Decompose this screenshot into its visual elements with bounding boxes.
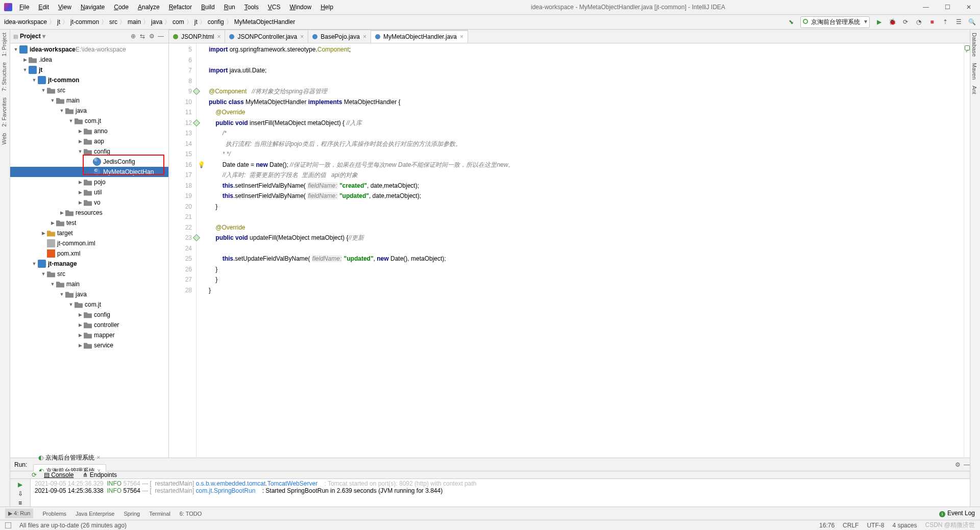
crumb-jt[interactable]: jt (194, 18, 198, 26)
fold-25[interactable] (197, 253, 205, 263)
bottom-tab-4-Run[interactable]: ▶ 4: Run (5, 509, 33, 518)
status-indent[interactable]: 4 spaces (892, 522, 917, 529)
gutter-line-5[interactable]: 5 (169, 44, 192, 55)
menu-code[interactable]: Code (110, 2, 133, 13)
log-line-0[interactable]: 2021-09-05 14:25:36.329 INFO 57564 --- [… (35, 480, 966, 487)
bottom-tab-Spring[interactable]: Spring (124, 509, 140, 518)
gutter-line-7[interactable]: 7 (169, 65, 192, 76)
coverage-icon[interactable]: ⟳ (901, 18, 910, 26)
menu-analyze[interactable]: Analyze (134, 2, 164, 13)
gutter-line-15[interactable]: 15 (169, 149, 192, 160)
run-more-icon[interactable]: ≡ (18, 499, 22, 507)
tree-item-target[interactable]: ▶target (10, 228, 168, 238)
code-line-16[interactable]: 💡 Date date = new Date(); //保证时间一致，如果在括号… (209, 160, 964, 170)
gutter-line-22[interactable]: 22 (169, 222, 192, 233)
menu-build[interactable]: Build (197, 2, 219, 13)
gutter-line-9[interactable]: 9 (169, 86, 192, 97)
run-icon[interactable]: ▶ (875, 18, 883, 26)
code-line-19[interactable]: this.setInsertFieldValByName( fieldName:… (209, 191, 964, 201)
tree-item-jt[interactable]: ▼jt (10, 65, 168, 75)
crumb-idea-workspace[interactable]: idea-workspace (4, 18, 47, 26)
fold-14[interactable] (197, 138, 205, 148)
code-line-15[interactable]: * */ (209, 149, 964, 160)
bottom-tab-Java-Enterprise[interactable]: Java Enterprise (76, 509, 114, 518)
fold-26[interactable] (197, 263, 205, 274)
code-line-24[interactable] (209, 243, 964, 254)
event-log-button[interactable]: 1Event Log (939, 510, 975, 517)
code-line-28[interactable]: } (209, 285, 964, 296)
menu-vcs[interactable]: VCS (264, 2, 285, 13)
ide-structure-icon[interactable]: ☰ (954, 18, 963, 26)
gutter-line-23[interactable]: 23 (169, 233, 192, 243)
fold-17[interactable] (197, 169, 205, 180)
tree-item-java[interactable]: ▼java (10, 289, 168, 299)
hide-icon[interactable]: — (156, 33, 165, 40)
fold-28[interactable] (197, 284, 205, 295)
tab-close-icon[interactable]: × (217, 33, 220, 40)
menu-help[interactable]: Help (316, 2, 337, 13)
tree-item-jt-common.iml[interactable]: jt-common.iml (10, 238, 168, 248)
code-line-20[interactable]: } (209, 201, 964, 212)
git-icon[interactable]: ⇡ (941, 18, 949, 26)
bottom-tab-Problems[interactable]: Problems (42, 509, 66, 518)
tree-item-service[interactable]: ▶service (10, 340, 168, 350)
run-subtab-Endpoints[interactable]: ⋔ Endpoints (83, 471, 117, 478)
tree-item-com.jt[interactable]: ▼com.jt (10, 116, 168, 126)
editor-tab-MyMetaObjectHandler.java[interactable]: MyMetaObjectHandler.java× (371, 30, 468, 43)
fold-27[interactable] (197, 273, 205, 284)
fold-22[interactable] (197, 221, 205, 232)
gutter-line-21[interactable]: 21 (169, 212, 192, 222)
gutter-line-17[interactable]: 17 (169, 170, 192, 181)
run-play-icon[interactable]: ▶ (18, 481, 22, 488)
left-tab-2-Favorites[interactable]: 2: Favorites (0, 94, 8, 130)
tree-item-anno[interactable]: ▶anno (10, 126, 168, 136)
fold-6[interactable] (197, 54, 205, 65)
code-line-23[interactable]: public void updateFill(MetaObject metaOb… (209, 233, 964, 243)
project-view-selector[interactable]: Project (20, 33, 45, 40)
fold-19[interactable] (197, 190, 205, 200)
line-gutter[interactable]: 5678910111213141516171819202122232425262… (169, 43, 197, 458)
fold-21[interactable] (197, 211, 205, 221)
code-line-13[interactable]: /* (209, 128, 964, 139)
run-down-icon[interactable]: ⇩ (18, 490, 23, 497)
tab-close-icon[interactable]: × (460, 33, 463, 40)
maximize-button[interactable]: ☐ (940, 4, 954, 11)
tree-item-jt-manage[interactable]: ▼jt-manage (10, 259, 168, 269)
stop-icon[interactable]: ■ (928, 18, 936, 26)
editor-tab-BasePojo.java[interactable]: BasePojo.java× (308, 30, 371, 43)
editor-tab-JSONP.html[interactable]: JSONP.html× (169, 30, 225, 43)
tree-item-pojo[interactable]: ▶pojo (10, 177, 168, 187)
menu-tools[interactable]: Tools (240, 2, 263, 13)
tree-item-src[interactable]: ▼src (10, 85, 168, 95)
left-tab-1-Project[interactable]: 1: Project (0, 30, 8, 59)
fold-7[interactable] (197, 64, 205, 75)
run-subtab-Console[interactable]: ▤ Console (44, 471, 74, 478)
minimize-button[interactable]: — (919, 4, 933, 11)
left-tab-Web[interactable]: Web (0, 130, 8, 147)
breadcrumb[interactable]: idea-workspace〉jt〉jt-common〉src〉main〉jav… (4, 18, 787, 27)
code-line-18[interactable]: this.setInsertFieldValByName( fieldName:… (209, 181, 964, 191)
tree-item-vo[interactable]: ▶vo (10, 197, 168, 208)
code-line-10[interactable]: public class MyMetaObjectHandler impleme… (209, 97, 964, 108)
tree-item-src[interactable]: ▼src (10, 269, 168, 279)
run-rerun-icon[interactable]: ⟳ (32, 471, 37, 478)
fold-20[interactable] (197, 200, 205, 211)
gutter-line-12[interactable]: 12 (169, 118, 192, 129)
tree-item-controller[interactable]: ▶controller (10, 320, 168, 330)
code-line-5[interactable]: import org.springframework.stereotype.Co… (209, 44, 964, 55)
code-line-8[interactable] (209, 76, 964, 87)
crumb-com[interactable]: com (173, 18, 184, 26)
tree-item-jt-common[interactable]: ▼jt-common (10, 75, 168, 85)
editor[interactable]: 5678910111213141516171819202122232425262… (169, 43, 970, 458)
tree-item-com.jt[interactable]: ▼com.jt (10, 299, 168, 310)
fold-5[interactable] (197, 43, 205, 54)
gutter-line-8[interactable]: 8 (169, 76, 192, 87)
gutter-line-27[interactable]: 27 (169, 274, 192, 285)
error-stripe[interactable]: ✓ (964, 43, 970, 458)
status-caret-pos[interactable]: 16:76 (819, 522, 835, 529)
fold-15[interactable] (197, 148, 205, 159)
gutter-line-26[interactable]: 26 (169, 264, 192, 275)
gutter-line-11[interactable]: 11 (169, 107, 192, 118)
fold-11[interactable] (197, 106, 205, 117)
code-line-27[interactable]: } (209, 274, 964, 285)
